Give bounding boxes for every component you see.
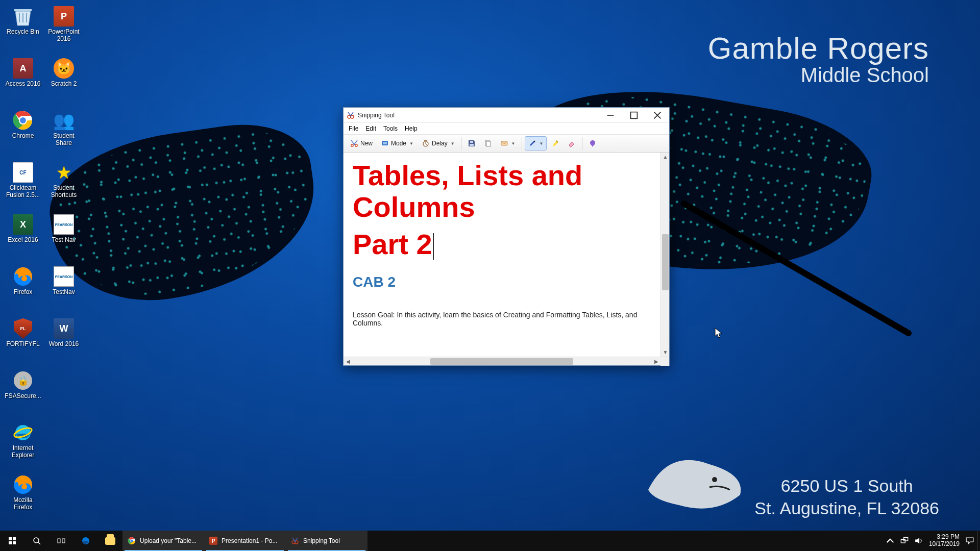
desktop-icon-label: Access 2016 — [6, 81, 41, 88]
horizontal-scrollbar[interactable]: ◀ ▶ — [344, 357, 669, 365]
mode-button[interactable]: Mode ▼ — [377, 136, 417, 151]
new-button[interactable]: New — [347, 136, 376, 151]
svg-rect-14 — [383, 142, 387, 144]
desktop-icon-chrome[interactable]: Chrome — [3, 107, 43, 158]
menu-help[interactable]: Help — [405, 125, 418, 132]
desktop-icon-grid: Recycle Bin P PowerPoint 2016 A Access 2… — [3, 3, 84, 522]
toolbar-separator — [522, 137, 522, 149]
wallpaper-address-line1: 6250 US 1 South — [754, 474, 939, 497]
scroll-down-icon[interactable]: ▼ — [661, 348, 670, 357]
svg-point-0 — [712, 477, 717, 482]
desktop-icon-internet-explorer[interactable]: Internet Explorer — [3, 419, 43, 470]
highlighter-button[interactable] — [548, 136, 563, 151]
doc-heading: Tables, Lists and Columns — [353, 160, 651, 222]
task-chrome[interactable]: Upload your "Table... — [122, 531, 204, 551]
desktop-icon-label: Test Nav — [52, 237, 76, 244]
scroll-up-icon[interactable]: ▲ — [661, 153, 670, 161]
desktop-icon-powerpoint[interactable]: P PowerPoint 2016 — [44, 3, 84, 54]
scroll-corner — [660, 357, 669, 366]
desktop-icon-clickteam[interactable]: CF Clickteam Fusion 2.5... — [3, 159, 43, 210]
desktop-icon-fortifyfl[interactable]: FL FORTIFYFL — [3, 315, 43, 366]
tray-network-icon[interactable] — [900, 537, 909, 545]
task-view-button[interactable] — [49, 531, 74, 551]
clickteam-icon: CF — [12, 161, 34, 184]
taskbar-clock[interactable]: 3:29 PM 10/17/2019 — [929, 534, 960, 548]
search-icon — [33, 537, 41, 545]
svg-rect-33 — [901, 539, 905, 543]
svg-rect-27 — [62, 539, 65, 543]
edit-with-paint3d-button[interactable] — [585, 136, 600, 151]
desktop-icon-access[interactable]: A Access 2016 — [3, 55, 43, 106]
send-button[interactable]: ▼ — [497, 136, 519, 151]
show-desktop-button[interactable] — [977, 531, 980, 551]
svg-point-12 — [355, 144, 357, 146]
doc-heading-2-text: Part 2 — [353, 228, 432, 260]
desktop-icon-label: Word 2016 — [49, 341, 79, 348]
menu-file[interactable]: File — [349, 125, 358, 132]
save-button[interactable] — [464, 136, 479, 151]
task-powerpoint[interactable]: P Presentation1 - Po... — [204, 531, 286, 551]
minimize-button[interactable] — [599, 108, 622, 123]
excel-icon: X — [12, 213, 34, 236]
desktop-icon-scratch[interactable]: 🐱 Scratch 2 — [44, 55, 84, 106]
wallpaper-title: Gamble Rogers Middle School — [708, 31, 929, 87]
pen-button[interactable]: ▼ — [525, 136, 547, 151]
desktop-icon-pearson-testnav[interactable]: PEARSON Test Nav — [44, 211, 84, 262]
new-button-label: New — [360, 140, 373, 147]
student-share-icon: 👥 — [53, 109, 75, 132]
snip-canvas[interactable]: Tables, Lists and Columns Part 2 CAB 2 L… — [344, 153, 660, 357]
desktop-icon-label: Firefox — [14, 289, 33, 296]
scroll-thumb[interactable] — [430, 358, 573, 365]
desktop-icon-firefox[interactable]: Firefox — [3, 263, 43, 314]
svg-rect-26 — [58, 539, 60, 543]
scroll-right-icon[interactable]: ▶ — [652, 357, 660, 366]
pinned-explorer[interactable] — [98, 531, 122, 551]
scroll-left-icon[interactable]: ◀ — [344, 357, 352, 366]
delay-button[interactable]: Delay ▼ — [418, 136, 458, 151]
firefox-icon — [12, 473, 34, 496]
clock-time: 3:29 PM — [929, 534, 960, 541]
desktop-icon-excel[interactable]: X Excel 2016 — [3, 211, 43, 262]
fsasecure-icon — [12, 369, 34, 392]
menu-tools[interactable]: Tools — [383, 125, 398, 132]
pinned-edge[interactable] — [74, 531, 98, 551]
access-icon: A — [12, 57, 34, 80]
start-button[interactable] — [0, 531, 24, 551]
close-button[interactable] — [646, 108, 669, 123]
desktop-icon-student-shortcuts[interactable]: ★ Student Shortcuts — [44, 159, 84, 210]
desktop-icon-word[interactable]: W Word 2016 — [44, 315, 84, 366]
eraser-button[interactable] — [564, 136, 579, 151]
copy-button[interactable] — [480, 136, 496, 151]
tray-chevron-up-icon[interactable] — [886, 537, 894, 545]
mode-button-label: Mode — [391, 140, 406, 147]
folder-icon — [105, 537, 115, 545]
svg-rect-22 — [13, 537, 16, 540]
desktop-icon-fsasecure[interactable]: FSASecure... — [3, 367, 43, 418]
titlebar[interactable]: Snipping Tool — [344, 108, 669, 123]
tray-volume-icon[interactable] — [915, 537, 923, 545]
task-label: Presentation1 - Po... — [222, 537, 277, 544]
copy-icon — [484, 139, 492, 147]
maximize-button[interactable] — [622, 108, 646, 123]
scroll-thumb[interactable] — [662, 234, 669, 290]
search-button[interactable] — [24, 531, 49, 551]
save-icon — [468, 139, 476, 147]
firefox-icon — [12, 265, 34, 288]
menu-edit[interactable]: Edit — [365, 125, 376, 132]
desktop-icon-mozilla-firefox[interactable]: Mozilla Firefox — [3, 471, 43, 522]
desktop-icon-recycle-bin[interactable]: Recycle Bin — [3, 3, 43, 54]
desktop-icon-student-share[interactable]: 👥 Student Share — [44, 107, 84, 158]
fortifyfl-icon: FL — [12, 317, 34, 340]
svg-rect-17 — [470, 141, 473, 143]
svg-point-11 — [351, 144, 353, 146]
task-snipping-tool[interactable]: Snipping Tool — [286, 531, 368, 551]
scissors-icon — [350, 139, 358, 147]
system-tray: 3:29 PM 10/17/2019 — [881, 531, 977, 551]
vertical-scrollbar[interactable]: ▲ ▼ — [660, 153, 669, 357]
text-cursor-icon — [433, 233, 434, 260]
cursor-icon — [715, 328, 723, 341]
chevron-down-icon: ▼ — [511, 141, 516, 146]
action-center-icon[interactable] — [966, 537, 974, 545]
desktop-icon-label: Internet Explorer — [4, 445, 42, 459]
desktop-icon-testnav[interactable]: PEARSON TestNav — [44, 263, 84, 314]
